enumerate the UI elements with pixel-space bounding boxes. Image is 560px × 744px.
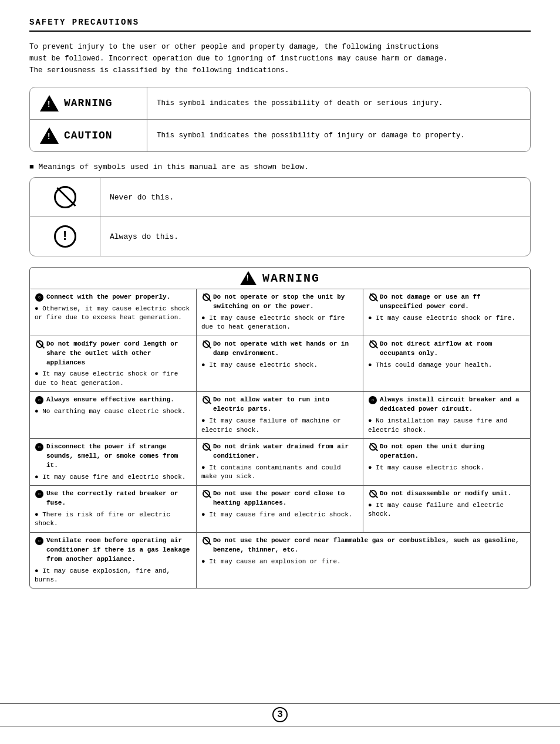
cell-header-text-6: Do not direct airflow at room occupants … [380,340,525,359]
cell-header-text-9: Always install circuit breaker and a ded… [380,395,525,414]
no-do-icon [54,186,76,208]
caution-symbol-cell: CAUTION [30,120,147,151]
cell-icon-5 [201,340,211,348]
cell-icon-13: ○ [35,490,44,498]
meanings-title: ■ Meanings of symbols used in this manua… [29,163,531,171]
caution-label: CAUTION [64,130,113,141]
cell-body-3: ● It may cause electric shock or fire. [368,314,525,323]
cell-icon-11 [201,443,211,451]
cell-body-10: ● It may cause fire and electric shock. [35,473,191,482]
page-number-bar: 3 [0,703,560,726]
cell-header-text-15: Do not disassemble or modify unit. [380,489,511,499]
caution-desc: This symbol indicates the possibility of… [147,124,530,147]
cell-icon-6 [368,340,377,348]
cell-header-text-8: Do not allow water to run into electric … [213,395,358,414]
warning-cell-17: Do not use the power cord near flammable… [197,533,530,589]
warning-symbol-cell: WARNING [30,87,147,119]
meanings-row-no: Never do this. [30,178,530,217]
title-divider [29,31,531,32]
cell-icon-16: ○ [35,537,44,545]
cell-header-16: ○ Ventilate room before operating air co… [35,536,191,564]
cell-header-1: ○ Connect with the power properly. [35,293,191,302]
warning-section: WARNING ○ Connect with the power properl… [29,267,531,589]
warning-cell-14: Do not use the power cord close to heati… [197,486,363,533]
cell-icon-3 [368,293,377,301]
cell-icon-10: ○ [35,443,44,451]
warning-cell-7: ○ Always ensure effective earthing. ● No… [30,392,197,439]
warning-grid: ○ Connect with the power properly. ● Oth… [30,289,530,588]
cell-body-15: ● It may cause failure and electric shoc… [368,501,525,519]
cell-header-11: Do not drink water drained from air cond… [201,442,358,461]
cell-header-3: Do not damage or use an ff unspecified p… [368,293,525,312]
cell-header-text-13: Use the correctly rated breaker or fuse. [46,489,191,508]
cell-header-6: Do not direct airflow at room occupants … [368,340,525,359]
always-do-desc: Always do this. [100,225,530,248]
cell-header-text-2: Do not operate or stop the unit by switc… [213,293,358,312]
cell-body-14: ● It may cause fire and electric shock. [201,510,358,519]
warning-cell-3: Do not damage or use an ff unspecified p… [363,289,530,336]
cell-header-9: ○ Always install circuit breaker and a d… [368,395,525,414]
cell-icon-12 [368,443,377,451]
cell-body-16: ● It may cause explosion, fire and, burn… [35,567,191,585]
cell-header-5: Do not operate with wet hands or in damp… [201,340,358,359]
cell-icon-1: ○ [35,293,44,302]
cell-header-text-7: Always ensure effective earthing. [46,395,174,405]
no-icon-cell [30,178,100,217]
warning-cell-15: Do not disassemble or modify unit. ● It … [363,486,530,533]
cell-body-2: ● It may cause electric shock or fire du… [201,314,358,332]
cell-icon-9: ○ [368,396,377,404]
symbol-table: WARNING This symbol indicates the possib… [29,87,531,152]
warning-triangle-icon [39,94,59,112]
cell-icon-2 [201,293,211,301]
cell-header-14: Do not use the power cord close to heati… [201,489,358,508]
cell-header-text-3: Do not damage or use an ff unspecified p… [380,293,525,312]
cell-header-text-11: Do not drink water drained from air cond… [213,442,358,461]
warning-label: WARNING [64,97,113,109]
cell-icon-7: ○ [35,396,44,404]
meanings-box: Never do this. ! Always do this. [29,177,531,256]
caution-triangle-icon [39,127,59,144]
cell-header-10: ○ Disconnect the power if strange sounds… [35,442,191,471]
warning-section-header: WARNING [30,268,530,289]
cell-body-6: ● This could damage your health. [368,361,525,370]
warning-cell-2: Do not operate or stop the unit by switc… [197,289,363,336]
cell-icon-4 [35,340,44,348]
cell-icon-14 [201,490,211,498]
cell-header-text-12: Do not open the unit during operation. [380,442,525,461]
cell-header-text-14: Do not use the power cord close to heati… [213,489,358,508]
cell-body-12: ● It may cause electric shock. [368,464,525,472]
cell-body-17: ● It may cause an explosion or fire. [201,557,525,566]
cell-header-13: ○ Use the correctly rated breaker or fus… [35,489,191,508]
page-number: 3 [272,707,288,722]
cell-header-15: Do not disassemble or modify unit. [368,489,525,499]
cell-header-17: Do not use the power cord near flammable… [201,536,525,555]
warning-header-icon [240,271,257,285]
cell-body-9: ● No installation may cause fire and ele… [368,417,525,435]
meanings-row-yes: ! Always do this. [30,217,530,256]
warning-desc: This symbol indicates the possibility of… [147,92,530,114]
warning-cell-10: ○ Disconnect the power if strange sounds… [30,439,197,486]
cell-icon-17 [201,537,211,545]
cell-body-4: ● It may cause electric shock or fire du… [35,370,191,388]
symbol-row-warning: WARNING This symbol indicates the possib… [30,87,530,120]
yes-icon-cell: ! [30,217,100,256]
cell-body-5: ● It may cause electric shock. [201,361,358,370]
cell-body-8: ● It may cause failure of machine or ele… [201,417,358,435]
cell-header-text-16: Ventilate room before operating air cond… [46,536,191,564]
page: SAFETY PRECAUTIONS To prevent injury to … [0,0,560,744]
always-do-icon: ! [54,225,76,248]
warning-cell-4: Do not modify power cord length or share… [30,336,197,393]
cell-header-8: Do not allow water to run into electric … [201,395,358,414]
cell-header-2: Do not operate or stop the unit by switc… [201,293,358,312]
cell-header-text-1: Connect with the power properly. [46,293,170,302]
cell-body-13: ● There is risk of fire or electric shoc… [35,510,191,529]
warning-cell-11: Do not drink water drained from air cond… [197,439,363,486]
warning-cell-6: Do not direct airflow at room occupants … [363,336,530,393]
intro-text: To prevent injury to the user or other p… [29,41,531,76]
cell-header-text-10: Disconnect the power if strange sounds, … [46,442,191,471]
cell-body-1: ● Otherwise, it may cause electric shock… [35,305,191,323]
warning-cell-12: Do not open the unit during operation. ●… [363,439,530,486]
cell-header-text-17: Do not use the power cord near flammable… [213,536,525,555]
cell-body-7: ● No earthing may cause electric shock. [35,407,191,416]
page-title: SAFETY PRECAUTIONS [29,18,531,27]
